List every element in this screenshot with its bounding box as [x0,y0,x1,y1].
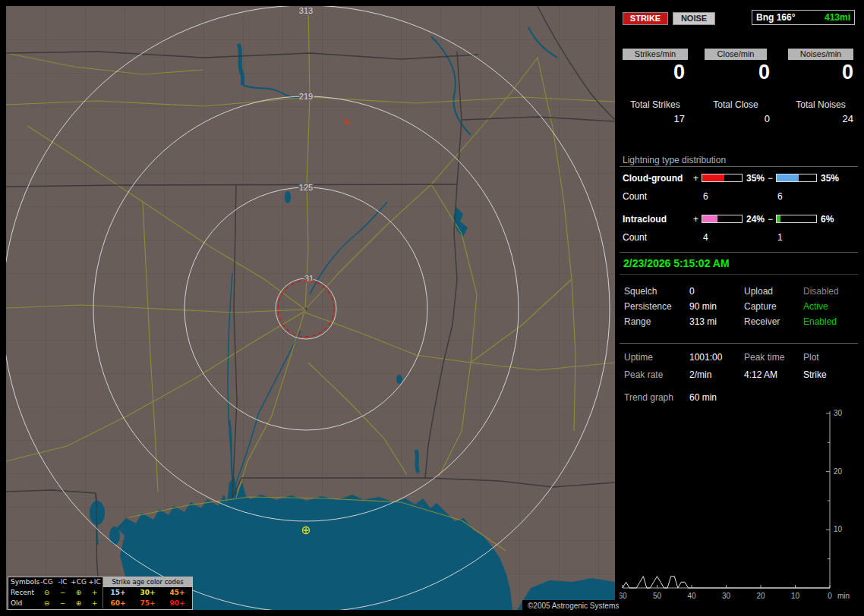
peak-time-value: 4:12 AM [744,369,777,380]
total-strikes-value: 17 [623,113,685,124]
age-badge: 90+ [162,598,192,608]
age-badge: 30+ [133,587,162,598]
total-close-label: Total Close [705,99,767,110]
count-label: Count [623,232,647,243]
peak-rate-value: 2/min [689,369,711,380]
ring-label-125: 125 [299,183,313,192]
cg-minus-pct: 35% [821,173,839,184]
map-svg: 313 219 125 31 [6,6,615,610]
strikes-per-min-chip: Strikes/min [623,49,688,60]
legend-col-pos-cg: +CG [71,577,87,587]
peak-time-label: Peak time [744,352,784,363]
cg-plus-count: 6 [703,191,708,202]
svg-text:40: 40 [687,592,696,600]
ring-label-219: 219 [299,92,313,101]
cg-minus-count: 6 [777,191,783,202]
age-badge: 60+ [103,598,133,608]
datetime-display: 2/23/2026 5:15:02 AM [623,257,730,269]
map-legend: Symbols -CG -IC +CG +IC Strike age color… [8,577,193,610]
divider [620,252,858,253]
trend-graph: 3020106050403020100min [620,407,858,610]
range-label: Range [624,316,651,327]
count-label: Count [623,191,647,202]
svg-text:60: 60 [620,592,627,600]
age-badge: 75+ [133,598,162,608]
capture-status: Active [803,301,828,312]
uptime-label: Uptime [624,352,653,363]
minus-sign: − [768,173,773,184]
bearing-display: Bng 166° 413mi [752,10,855,25]
legend-col-neg-ic: -IC [55,577,71,587]
minus-icon: − [55,587,71,598]
legend-row-recent: Recent ⊖ − ⊕ + 15+ 30+ 45+ [8,587,192,598]
plus-icon: + [87,587,102,598]
ic-plus-count: 4 [703,232,708,243]
noises-per-min-value: 0 [788,61,853,84]
cg-plus-pct: 35% [746,173,765,184]
distribution-title: Lightning type distribution [623,155,726,165]
svg-text:min: min [837,592,850,600]
circle-minus-icon: ⊖ [39,587,55,598]
persistence-value: 90 min [689,301,717,312]
total-noises-value: 24 [788,113,853,124]
strike-mode-button[interactable]: STRIKE [623,12,668,25]
minus-sign: − [768,214,773,225]
bearing-value: Bng 166° [756,12,795,23]
squelch-label: Squelch [624,286,657,297]
svg-text:30: 30 [722,592,731,600]
ring-label-313: 313 [299,6,313,15]
minus-icon: − [55,598,71,608]
upload-label: Upload [744,286,773,297]
copyright-text: ©2005 Astrogenic Systems [522,600,624,611]
ic-plus-bar [702,215,743,223]
legend-row-old: Old ⊖ − ⊕ + 60+ 75+ 90+ [8,598,192,608]
divider [620,166,858,167]
intracloud-label: Intracloud [623,214,667,225]
divider [620,343,858,344]
circle-plus-icon: ⊕ [71,598,87,608]
strikes-per-min-value: 0 [623,61,685,84]
age-badge: 45+ [162,587,192,598]
total-strikes-label: Total Strikes [623,99,688,110]
noise-mode-button[interactable]: NOISE [673,12,715,25]
plus-icon: + [87,598,102,608]
svg-text:10: 10 [834,525,843,533]
svg-text:20: 20 [834,467,843,476]
close-per-min-chip: Close/min [705,49,767,60]
plus-sign: + [693,214,698,225]
age-badge: 15+ [103,587,133,598]
noises-per-min-chip: Noises/min [788,49,853,60]
svg-text:10: 10 [791,592,800,600]
ic-plus-pct: 24% [746,214,765,225]
legend-col-neg-cg: -CG [39,577,55,587]
cg-plus-bar [702,174,743,182]
lightning-map[interactable]: 313 219 125 31 Symbols -CG -IC +CG +IC S… [6,6,615,610]
svg-text:30: 30 [834,409,843,417]
trend-graph-label: Trend graph [624,392,673,403]
ic-minus-pct: 6% [821,214,834,225]
cloud-ground-label: Cloud-ground [623,173,683,184]
status-panel: STRIKE NOISE Bng 166° 413mi Strikes/min … [620,6,858,610]
plot-label: Plot [803,352,819,363]
svg-text:0: 0 [828,592,832,600]
persistence-label: Persistence [624,301,672,312]
receiver-label: Receiver [744,316,780,327]
total-close-value: 0 [705,113,770,124]
old-positive-cg-strike-icon [303,527,310,534]
svg-text:20: 20 [756,592,765,600]
uptime-value: 1001:00 [689,352,722,363]
circle-minus-icon: ⊖ [39,598,55,608]
plot-mode-value: Strike [803,369,827,380]
ic-minus-count: 1 [777,232,783,243]
legend-age-title: Strike age color codes [102,577,192,587]
upload-status: Disabled [803,286,839,297]
divider [620,274,858,275]
legend-symbols-title: Symbols [8,577,39,587]
squelch-value: 0 [689,286,695,297]
capture-label: Capture [744,301,777,312]
legend-col-pos-ic: +IC [87,577,102,587]
svg-text:50: 50 [653,592,662,600]
ic-minus-bar [776,215,817,223]
range-value: 313 mi [689,316,717,327]
peak-rate-label: Peak rate [624,369,663,380]
